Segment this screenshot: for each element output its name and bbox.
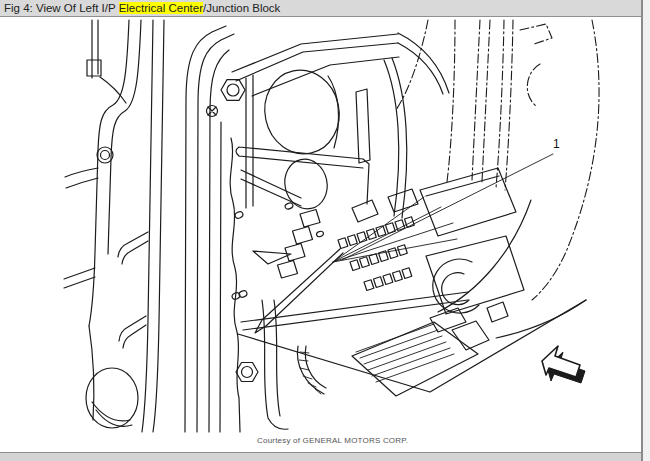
- callout-leader-line: [342, 154, 553, 260]
- figure-title-highlight: Electrical Center: [119, 2, 203, 14]
- dash-panel-lines: [221, 33, 449, 298]
- door-frame-lines: [64, 20, 244, 432]
- harness-connector: [352, 322, 478, 396]
- right-panel-gutter: [643, 0, 650, 461]
- junction-block-lines: [255, 168, 524, 333]
- figure-title-prefix: Fig 4: View Of Left I/P: [4, 2, 119, 14]
- up-left-arrow-icon: [542, 346, 585, 383]
- wiring-harness-lines: [92, 200, 586, 429]
- fuse-row: [364, 268, 412, 291]
- hex-bolt-icon: [221, 80, 245, 101]
- courtesy-caption: Courtesy of GENERAL MOTORS CORP.: [257, 436, 408, 445]
- hex-bolt-icon: [236, 363, 258, 382]
- figure-title-suffix: /Junction Block: [203, 2, 280, 14]
- junction-block-diagram: [0, 0, 641, 452]
- fuse-row: [338, 217, 414, 249]
- figure-viewer-panel: Fig 4: View Of Left I/P Electrical Cente…: [0, 0, 650, 461]
- connector-stack: [278, 210, 321, 279]
- callout-label-1: 1: [553, 137, 560, 151]
- bottom-divider-bar: [0, 452, 641, 461]
- figure-title: Fig 4: View Of Left I/P Electrical Cente…: [0, 0, 641, 17]
